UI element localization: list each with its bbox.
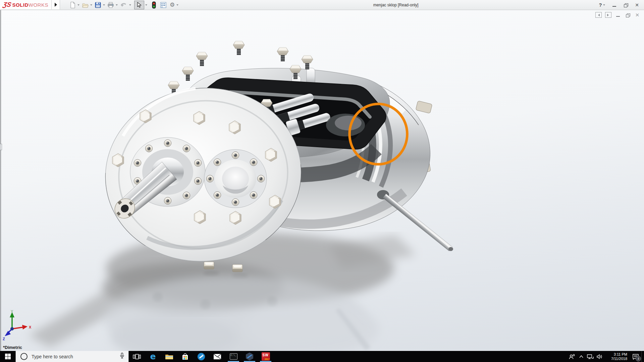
minimize-icon [612,6,616,7]
chevron-up-icon [579,355,583,358]
doc-minimize-button[interactable] [614,12,621,18]
undo-dropdown-caret[interactable] [129,4,131,7]
menu-flyout-button[interactable] [52,0,60,9]
notification-badge: 3 [636,356,641,361]
window-controls: ? ✕ [598,0,641,10]
open-folder-icon [82,2,89,8]
output-bore [204,149,267,208]
doc-minimize-icon [616,16,620,17]
taskbar-apps: e [129,351,274,362]
options-dropdown-caret[interactable] [176,4,178,7]
options-button[interactable]: ⚙ [169,1,175,9]
action-center-button[interactable]: 3 [630,351,641,362]
view-orientation-label: *Dimetric [3,345,22,350]
save-dropdown-caret[interactable] [103,4,105,7]
save-floppy-icon [95,2,101,8]
standard-toolbar: ⚙ [69,0,180,10]
taskbar-app-mail[interactable] [209,351,225,362]
close-icon: ✕ [635,2,639,8]
file-explorer-icon [165,353,173,360]
taskbar-app-hexagon[interactable] [241,351,258,362]
help-button[interactable]: ? [598,1,607,9]
document-title: menjac sklop [Read-only] [373,3,419,7]
new-document-button[interactable] [69,1,76,9]
new-document-icon [70,2,76,8]
people-icon [569,354,575,360]
cortana-icon [20,353,28,360]
close-button[interactable]: ✕ [633,1,641,9]
print-dropdown-caret[interactable] [116,4,118,7]
microphone-icon[interactable] [120,353,124,360]
gear-icon: ⚙ [170,2,175,8]
system-tray: 3:11 PM 7/11/2018 3 [567,351,644,362]
network-button[interactable] [586,351,595,362]
taskbar-app-solidworks[interactable]: SW 2017 [258,351,274,362]
undo-button[interactable] [119,1,128,9]
command-prompt-icon: C:\_ [230,353,237,360]
axis-x-label: X [29,325,32,329]
print-icon [107,2,114,8]
collapse-left-pane-button[interactable] [595,12,602,18]
3ds-logo-glyph: ƷS [2,1,12,8]
wrench-tool-icon [197,353,205,361]
print-button[interactable] [107,1,115,9]
store-icon [181,353,189,360]
properties-button[interactable] [159,1,167,9]
axis-z-label: Z [3,337,5,341]
solidworks-2017-icon: SW 2017 [262,352,270,361]
taskbar-app-command-prompt[interactable]: C:\_ [225,351,241,362]
people-button[interactable] [567,351,577,362]
taskbar-app-tool[interactable] [193,351,209,362]
taskbar-app-task-view[interactable] [129,351,145,362]
minimize-button[interactable] [610,1,619,9]
edge-icon: e [150,352,156,361]
hidden-icons-button[interactable] [577,351,586,362]
hexagon-app-icon [246,353,253,361]
taskbar: Type here to search e [0,351,644,362]
axis-y-label: Y [11,309,13,313]
new-dropdown-caret[interactable] [77,4,79,7]
titlebar: ƷS SOLIDWORKS [0,0,644,10]
pane-right-icon [605,12,611,18]
open-button[interactable] [81,1,89,9]
search-placeholder-text: Type here to search [32,354,120,359]
network-icon [587,354,594,359]
start-button[interactable] [0,351,15,362]
doc-close-button[interactable]: ✕ [634,12,641,18]
task-view-icon [133,353,141,360]
doc-restore-icon [626,13,630,17]
undo-arrow-icon [120,2,127,8]
select-button[interactable] [134,1,144,9]
flyout-arrow-icon [55,3,57,7]
rebuild-button[interactable] [151,1,157,9]
graphics-viewport[interactable]: ✕ [0,10,644,351]
clock[interactable]: 3:11 PM 7/11/2018 [606,352,627,361]
traffic-light-icon [152,1,156,9]
gearbox-3d-model [0,10,644,351]
open-dropdown-caret[interactable] [90,4,92,7]
taskbar-app-file-explorer[interactable] [161,351,177,362]
taskbar-search-input[interactable]: Type here to search [15,351,129,362]
orientation-triad: Y X Z [1,309,38,341]
volume-button[interactable] [595,351,604,362]
taskbar-app-store[interactable] [177,351,193,362]
solidworks-logo: ƷS SOLIDWORKS [0,0,52,9]
document-window-controls: ✕ [595,12,641,18]
windows-logo-icon [5,354,11,359]
pane-left-icon [595,12,602,18]
save-button[interactable] [94,1,102,9]
restore-icon [624,3,628,7]
select-dropdown-caret[interactable] [145,4,147,7]
collapse-right-pane-button[interactable] [605,12,611,18]
properties-list-icon [160,2,167,8]
tray-time: 3:11 PM [606,352,627,357]
tray-date: 7/11/2018 [606,357,627,361]
select-cursor-icon [137,2,142,8]
restore-button[interactable] [621,1,630,9]
show-desktop-button[interactable] [641,351,644,362]
doc-close-icon: ✕ [635,12,640,18]
help-dropdown-caret [603,4,605,7]
taskbar-app-edge[interactable]: e [145,351,161,362]
mail-icon [213,354,221,360]
doc-restore-button[interactable] [624,12,631,18]
